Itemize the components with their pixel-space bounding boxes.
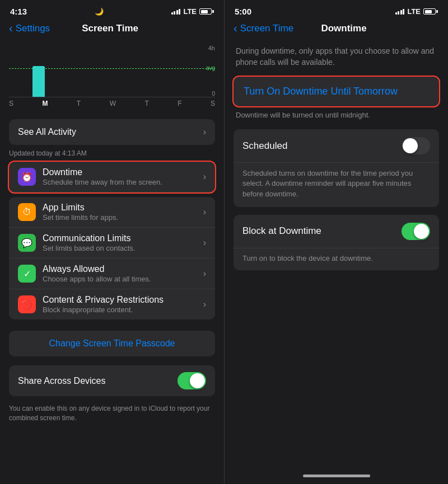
day-t2: T (144, 100, 148, 107)
right-time: 5:00 (235, 7, 251, 16)
turn-on-downtime-label: Turn On Downtime Until Tomorrow (244, 86, 429, 97)
battery-icon (199, 8, 214, 15)
app-limits-subtitle: Set time limits for apps. (43, 213, 203, 222)
communication-limits-content: Communication Limits Set limits based on… (43, 233, 203, 252)
right-back-label: Screen Time (240, 23, 293, 34)
app-limits-chevron-icon: › (203, 207, 206, 217)
right-panel: 5:00 LTE ‹ Screen Time Downtime (224, 0, 448, 484)
content-privacy-content: Content & Privacy Restrictions Block ina… (43, 295, 203, 314)
right-battery-icon (423, 8, 438, 15)
left-nav-title: Screen Time (50, 23, 170, 34)
right-status-icons: LTE (395, 7, 438, 16)
app-limits-content: App Limits Set time limits for apps. (43, 203, 203, 222)
scheduled-row: Scheduled (234, 129, 439, 163)
communication-limits-menu-item[interactable]: 💬 Communication Limits Set limits based … (9, 228, 215, 259)
bottom-caption: You can enable this on any device signed… (0, 401, 224, 426)
chart-avg-label: avg (206, 65, 215, 71)
downtime-subtitle: Schedule time away from the screen. (43, 178, 203, 186)
chart-area: 4h avg 0 S M T W T F S (0, 39, 224, 115)
content-privacy-chevron-icon: › (203, 299, 206, 309)
communication-limits-chevron-icon: › (203, 238, 206, 248)
see-all-activity-row[interactable]: See All Activity › (9, 119, 215, 145)
downtime-content: Downtime Schedule time away from the scr… (43, 167, 203, 186)
day-w: W (110, 100, 116, 107)
scheduled-toggle[interactable] (402, 137, 430, 154)
day-s1: S (9, 100, 13, 107)
always-allowed-menu-item[interactable]: ✓ Always Allowed Choose apps to allow at… (9, 259, 215, 289)
updated-text: Updated today at 4:13 AM (0, 147, 224, 162)
change-passcode-button[interactable]: Change Screen Time Passcode (9, 331, 215, 356)
content-privacy-subtitle: Block inappropriate content. (43, 306, 203, 314)
other-menu-items: ⏱ App Limits Set time limits for apps. ›… (9, 197, 215, 319)
right-status-bar: 5:00 LTE (225, 0, 448, 20)
toggle-thumb (190, 373, 205, 388)
left-back-label: Settings (16, 23, 50, 34)
always-allowed-content: Always Allowed Choose apps to allow at a… (43, 264, 203, 283)
downtime-chevron-icon: › (203, 172, 206, 182)
see-all-chevron-icon: › (203, 127, 206, 137)
scheduled-label: Scheduled (242, 140, 287, 152)
app-limits-menu-item[interactable]: ⏱ App Limits Set time limits for apps. › (9, 197, 215, 228)
downtime-description: During downtime, only apps that you choo… (225, 39, 448, 77)
right-lte-label: LTE (407, 7, 421, 16)
downtime-title: Downtime (43, 167, 203, 177)
turn-on-downtime-wrapper: Turn On Downtime Until Tomorrow (234, 77, 439, 106)
communication-limits-title: Communication Limits (43, 233, 203, 243)
share-across-devices-toggle[interactable] (178, 372, 206, 389)
always-allowed-icon: ✓ (18, 265, 36, 283)
home-bar (303, 474, 370, 477)
always-allowed-chevron-icon: › (203, 269, 206, 279)
communication-limits-subtitle: Set limits based on contacts. (43, 244, 203, 252)
downtime-menu-item[interactable]: ⏰ Downtime Schedule time away from the s… (9, 162, 215, 192)
right-back-chevron-icon: ‹ (234, 22, 237, 35)
chart-4h-label: 4h (9, 45, 215, 51)
right-nav-title: Downtime (293, 23, 394, 34)
left-back-button[interactable]: ‹ Settings (9, 22, 50, 35)
content-privacy-menu-item[interactable]: 🚫 Content & Privacy Restrictions Block i… (9, 289, 215, 319)
share-across-devices-label: Share Across Devices (18, 376, 106, 386)
left-status-bar: 4:13 🌙 LTE (0, 0, 224, 20)
content-privacy-title: Content & Privacy Restrictions (43, 295, 203, 305)
block-at-downtime-toggle[interactable] (402, 223, 430, 240)
left-back-chevron-icon: ‹ (9, 22, 13, 35)
change-passcode-label: Change Screen Time Passcode (18, 339, 206, 349)
scheduled-description: Scheduled turns on downtime for the time… (234, 163, 439, 207)
signal-icon (171, 8, 181, 15)
share-across-devices-row: Share Across Devices (9, 365, 215, 396)
left-time: 4:13 (10, 7, 27, 16)
block-at-downtime-label: Block at Downtime (242, 225, 321, 237)
app-limits-title: App Limits (43, 203, 203, 213)
day-t1: T (77, 100, 81, 107)
chart-bar-monday (32, 66, 45, 97)
downtime-until-text: Downtime will be turned on until midnigh… (225, 107, 448, 127)
always-allowed-title: Always Allowed (43, 264, 203, 274)
block-at-downtime-toggle-thumb (414, 224, 429, 239)
downtime-icon: ⏰ (18, 168, 36, 186)
always-allowed-subtitle: Choose apps to allow at all times. (43, 275, 203, 283)
right-back-button[interactable]: ‹ Screen Time (234, 22, 293, 35)
see-all-label: See All Activity (18, 127, 76, 137)
right-signal-icon (395, 8, 405, 15)
day-f: F (178, 100, 181, 107)
lte-label: LTE (183, 7, 197, 16)
turn-on-downtime-button[interactable]: Turn On Downtime Until Tomorrow (234, 77, 439, 106)
block-at-downtime-description: Turn on to block the device at downtime. (234, 248, 439, 270)
chart-zero-label: 0 (212, 91, 215, 97)
block-at-downtime-row: Block at Downtime (234, 215, 439, 248)
chart-container: avg 0 (9, 53, 215, 97)
app-limits-icon: ⏱ (18, 203, 36, 221)
menu-items-group: ⏰ Downtime Schedule time away from the s… (9, 162, 215, 319)
day-s2: S (211, 100, 215, 107)
content-privacy-icon: 🚫 (18, 295, 36, 313)
communication-limits-icon: 💬 (18, 234, 36, 252)
left-panel: 4:13 🌙 LTE ‹ Settings Screen Time (0, 0, 224, 484)
day-m: M (42, 100, 48, 107)
home-indicator (225, 470, 448, 484)
chart-days: S M T W T F S (9, 97, 215, 112)
left-status-icons: LTE (171, 7, 214, 16)
left-nav-bar: ‹ Settings Screen Time (0, 20, 224, 39)
right-nav-bar: ‹ Screen Time Downtime (225, 20, 448, 39)
scheduled-toggle-thumb (403, 138, 418, 153)
moon-icon: 🌙 (95, 7, 104, 16)
